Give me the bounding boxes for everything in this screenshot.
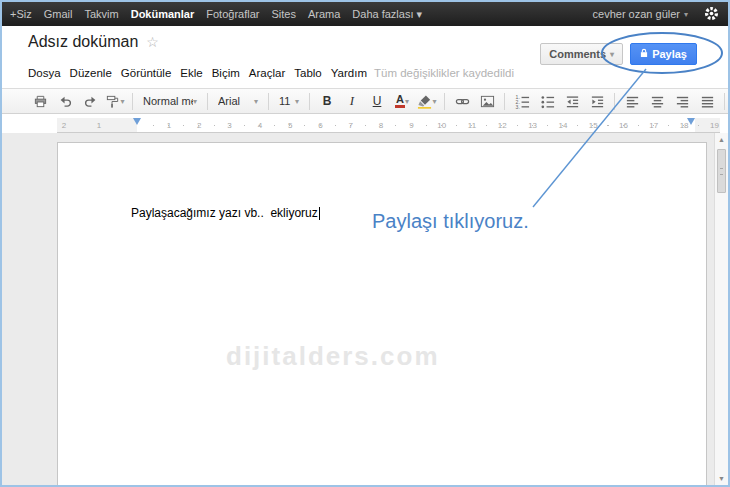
ruler-number: 1 xyxy=(97,121,101,130)
ruler-number: 15 xyxy=(589,121,598,130)
ruler-number: 10 xyxy=(437,121,446,130)
annotation-text: Paylaşı tıklıyoruz. xyxy=(372,210,529,233)
account-menu[interactable]: cevher ozan güler ▾ xyxy=(593,8,688,20)
ruler-number: 3 xyxy=(227,121,231,130)
indent-marker-left[interactable] xyxy=(133,118,141,125)
ruler-number: 12 xyxy=(498,121,507,130)
lock-icon xyxy=(640,48,648,60)
paint-format-button[interactable]: ▾ xyxy=(103,90,127,112)
paragraph-style-select-value: Normal me... xyxy=(143,95,193,107)
comments-button[interactable]: Comments ▾ xyxy=(540,43,623,65)
bold-button[interactable]: B xyxy=(315,90,339,112)
ruler-number: 14 xyxy=(558,121,567,130)
toolbar: ▾Normal me...▾Arial▾11▾BIUA▾▾1.2.3.▾ xyxy=(2,88,728,114)
topbar-item-daha-fazlası[interactable]: Daha fazlası ▾ xyxy=(352,8,422,21)
outdent-button[interactable] xyxy=(560,90,584,112)
vertical-scrollbar[interactable]: ▲ ▼ xyxy=(714,133,728,485)
topbar-right: cevher ozan güler ▾ xyxy=(593,2,724,26)
menu-yardım[interactable]: Yardım xyxy=(331,67,367,79)
underline-button[interactable]: U xyxy=(365,90,389,112)
menu-düzenle[interactable]: Düzenle xyxy=(70,67,112,79)
insert-link-icon xyxy=(455,94,470,109)
scroll-down-arrow-icon[interactable]: ▼ xyxy=(715,475,728,482)
ruler-number: 6 xyxy=(318,121,322,130)
align-left-icon xyxy=(625,94,640,109)
italic-button[interactable]: I xyxy=(340,90,364,112)
topbar-item-fotoğraflar[interactable]: Fotoğraflar xyxy=(206,8,259,20)
outdent-icon xyxy=(565,94,580,109)
undo-button[interactable] xyxy=(53,90,77,112)
indent-marker-right[interactable] xyxy=(687,118,695,125)
ruler-number: 9 xyxy=(409,121,413,130)
share-button[interactable]: Paylaş xyxy=(630,43,697,65)
menu-araçlar[interactable]: Araçlar xyxy=(249,67,285,79)
font-size-select[interactable]: 11▾ xyxy=(274,91,304,111)
share-button-label: Paylaş xyxy=(652,48,687,60)
indent-button[interactable] xyxy=(585,90,609,112)
chevron-down-icon: ▾ xyxy=(120,97,124,106)
toolbar-separator xyxy=(444,93,445,110)
topbar-item-sites[interactable]: Sites xyxy=(271,8,295,20)
chevron-down-icon: ▾ xyxy=(405,97,409,106)
redo-icon xyxy=(83,94,98,109)
menu-dosya[interactable]: Dosya xyxy=(28,67,61,79)
insert-image-button[interactable] xyxy=(475,90,499,112)
document-page[interactable]: Paylaşacağımız yazı vb.. ekliyoruz dijit… xyxy=(57,142,707,487)
menu-ekle[interactable]: Ekle xyxy=(180,67,202,79)
ruler-number: 13 xyxy=(528,121,537,130)
ruler-number: 19 xyxy=(710,121,719,130)
align-left-button[interactable] xyxy=(620,90,644,112)
ruler-number: 1 xyxy=(167,121,171,130)
ruler: 2112345678910111213141516171819 xyxy=(57,118,720,133)
chevron-down-icon: ▾ xyxy=(610,50,614,59)
topbar-item-siz[interactable]: +Siz xyxy=(10,8,32,20)
toolbar-separator xyxy=(724,93,725,110)
redo-button[interactable] xyxy=(78,90,102,112)
toolbar-separator xyxy=(207,93,208,110)
print-button[interactable] xyxy=(28,90,52,112)
watermark: dijitalders.com xyxy=(226,341,440,372)
chevron-down-icon: ▾ xyxy=(684,10,688,19)
topbar-item-arama[interactable]: Arama xyxy=(308,8,340,20)
document-text[interactable]: Paylaşacağımız yazı vb.. ekliyoruz xyxy=(131,206,318,220)
bold-icon: B xyxy=(323,94,332,108)
menu-tablo[interactable]: Tablo xyxy=(294,67,322,79)
indent-icon xyxy=(590,94,605,109)
topbar-item-dokümanlar[interactable]: Dokümanlar xyxy=(131,8,195,20)
numbered-list-button[interactable]: 1.2.3. xyxy=(510,90,534,112)
highlight-button[interactable]: ▾ xyxy=(415,90,439,112)
toolbar-items: ▾Normal me...▾Arial▾11▾BIUA▾▾1.2.3.▾ xyxy=(28,90,730,112)
chevron-down-icon: ▾ xyxy=(295,97,299,106)
menu-görüntüle[interactable]: Görüntüle xyxy=(121,67,172,79)
font-family-select-value: Arial xyxy=(218,95,254,107)
underline-icon: U xyxy=(373,94,382,108)
ruler-number: 8 xyxy=(379,121,383,130)
body-text-line: Paylaşacağımız yazı vb.. ekliyoruz xyxy=(131,206,320,220)
topbar-item-gmail[interactable]: Gmail xyxy=(44,8,73,20)
toolbar-separator xyxy=(614,93,615,110)
numbered-list-icon: 1.2.3. xyxy=(515,94,530,109)
align-justify-button[interactable] xyxy=(695,90,719,112)
scroll-up-arrow-icon[interactable]: ▲ xyxy=(715,136,728,143)
document-title[interactable]: Adsız doküman xyxy=(28,33,138,51)
menubar: DosyaDüzenleGörüntüleEkleBiçimAraçlarTab… xyxy=(28,65,718,81)
font-family-select[interactable]: Arial▾ xyxy=(213,91,263,111)
menubar-menus: DosyaDüzenleGörüntüleEkleBiçimAraçlarTab… xyxy=(28,67,367,79)
header-buttons: Comments ▾ Paylaş xyxy=(540,43,697,65)
insert-link-button[interactable] xyxy=(450,90,474,112)
text-color-button[interactable]: A▾ xyxy=(390,90,414,112)
star-icon[interactable]: ☆ xyxy=(146,34,159,50)
ruler-number: 2 xyxy=(197,121,201,130)
italic-icon: I xyxy=(350,93,354,109)
align-right-button[interactable] xyxy=(670,90,694,112)
save-status: Tüm değişiklikler kaydedildi xyxy=(374,67,514,79)
google-topbar: +SizGmailTakvimDokümanlarFotoğraflarSite… xyxy=(2,2,728,26)
menu-biçim[interactable]: Biçim xyxy=(212,67,240,79)
settings-gear-button[interactable] xyxy=(698,2,724,26)
scrollbar-thumb[interactable] xyxy=(717,149,726,193)
bullet-list-button[interactable] xyxy=(535,90,559,112)
paragraph-style-select[interactable]: Normal me...▾ xyxy=(138,91,202,111)
align-center-button[interactable] xyxy=(645,90,669,112)
text-cursor xyxy=(319,207,320,220)
topbar-item-takvim[interactable]: Takvim xyxy=(84,8,118,20)
